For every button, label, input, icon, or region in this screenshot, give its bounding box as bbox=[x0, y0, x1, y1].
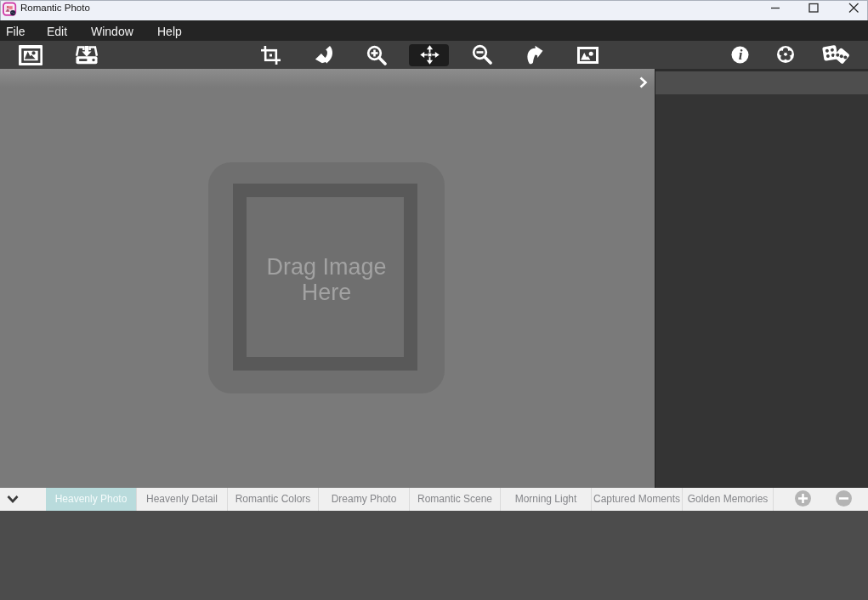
svg-text:i: i bbox=[739, 47, 743, 63]
